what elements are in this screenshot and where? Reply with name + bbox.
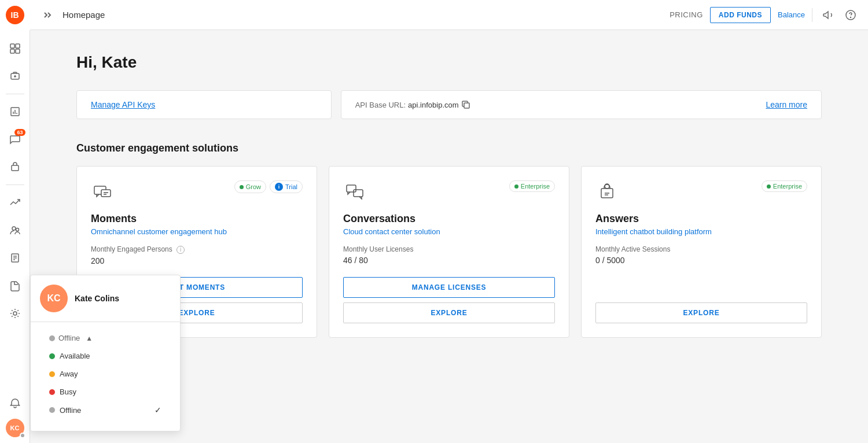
moments-metric-label: Monthly Engaged Persons i bbox=[91, 245, 303, 254]
manage-api-keys-link[interactable]: Manage API Keys bbox=[91, 100, 155, 109]
sidebar-item-analytics[interactable] bbox=[2, 190, 28, 215]
help-button[interactable] bbox=[843, 7, 859, 23]
svg-rect-26 bbox=[347, 185, 356, 192]
copy-url-button[interactable] bbox=[461, 100, 470, 109]
conversations-icon bbox=[343, 180, 366, 204]
offline-check: ✓ bbox=[155, 405, 161, 415]
svg-rect-11 bbox=[12, 165, 19, 171]
answers-metric-label: Monthly Active Sessions bbox=[595, 245, 807, 253]
user-avatar[interactable]: KC bbox=[6, 419, 24, 437]
announcements-button[interactable] bbox=[819, 7, 836, 23]
status-section: Offline ▲ Available Away Busy Offline ✓ bbox=[31, 322, 180, 426]
app-logo[interactable]: IB bbox=[0, 0, 30, 30]
conversations-metric-value: 46 / 80 bbox=[343, 256, 555, 265]
sidebar-divider-2 bbox=[6, 184, 24, 185]
messages-badge: 63 bbox=[14, 129, 25, 136]
api-bar: Manage API Keys API Base URL: api.infobi… bbox=[76, 90, 822, 119]
moments-icon bbox=[91, 180, 114, 204]
moments-metric-value: 200 bbox=[91, 256, 303, 265]
sidebar-item-dashboard[interactable] bbox=[2, 36, 28, 61]
sidebar-item-reports[interactable] bbox=[2, 99, 28, 124]
profile-avatar: KC bbox=[40, 285, 68, 312]
svg-point-13 bbox=[16, 228, 19, 231]
sidebar-item-messages[interactable]: 63 bbox=[2, 127, 28, 152]
api-base-url-card: API Base URL: api.infobip.com Learn more bbox=[341, 90, 822, 119]
card-top-moments: Grow i Trial bbox=[91, 180, 303, 204]
enterprise-badge-conv: Enterprise bbox=[509, 180, 555, 192]
sidebar-nav: 63 bbox=[2, 30, 28, 391]
sidebar-item-integrations[interactable] bbox=[2, 301, 28, 326]
svg-rect-23 bbox=[101, 190, 111, 197]
card-top-answers: Enterprise bbox=[595, 180, 807, 204]
profile-dropdown: KC Kate Colins Offline ▲ Available Away … bbox=[30, 275, 181, 431]
status-available[interactable]: Available bbox=[40, 347, 171, 365]
greeting-text: Hi, Kate bbox=[76, 53, 822, 72]
profile-name: Kate Colins bbox=[75, 294, 119, 303]
status-busy[interactable]: Busy bbox=[40, 383, 171, 401]
svg-rect-1 bbox=[16, 44, 20, 48]
sidebar-item-notifications[interactable] bbox=[2, 391, 28, 416]
enterprise-badge-ans: Enterprise bbox=[762, 180, 807, 192]
pricing-link[interactable]: PRICING bbox=[670, 10, 703, 19]
section-title: Customer engagement solutions bbox=[76, 142, 822, 154]
svg-rect-0 bbox=[10, 44, 14, 48]
page-title: Homepage bbox=[62, 10, 663, 20]
away-dot bbox=[49, 371, 55, 377]
topnav-right: PRICING ADD FUNDS Balance bbox=[670, 7, 859, 23]
svg-rect-27 bbox=[354, 190, 363, 197]
enterprise-dot-conv bbox=[514, 184, 518, 189]
product-cards-grid: Grow i Trial Moments Omnichannel custome… bbox=[76, 166, 822, 338]
api-keys-card: Manage API Keys bbox=[76, 90, 332, 119]
topnav-divider bbox=[812, 8, 812, 22]
status-header-row[interactable]: Offline ▲ bbox=[40, 329, 171, 347]
status-chevron: ▲ bbox=[86, 334, 93, 342]
answers-buttons: EXPLORE bbox=[595, 302, 807, 323]
add-funds-button[interactable]: ADD FUNDS bbox=[710, 7, 771, 23]
svg-rect-2 bbox=[10, 49, 14, 53]
api-base-url-value: api.infobip.com bbox=[408, 101, 458, 109]
enterprise-dot-ans bbox=[767, 184, 771, 189]
svg-point-18 bbox=[13, 312, 17, 315]
card-top-conversations: Enterprise bbox=[343, 180, 555, 204]
logo-circle: IB bbox=[6, 6, 24, 24]
explore-conversations-button[interactable]: EXPLORE bbox=[343, 302, 555, 323]
svg-rect-3 bbox=[16, 49, 20, 53]
sidebar-divider-1 bbox=[6, 94, 24, 94]
learn-more-link[interactable]: Learn more bbox=[766, 100, 807, 109]
moments-desc: Omnichannel customer engagement hub bbox=[91, 227, 303, 236]
expand-nav-button[interactable] bbox=[39, 7, 56, 23]
busy-dot bbox=[49, 389, 55, 395]
moments-name: Moments bbox=[91, 213, 303, 225]
topnav: Homepage PRICING ADD FUNDS Balance bbox=[30, 0, 868, 30]
available-dot bbox=[49, 353, 55, 359]
bottom-section-label: IoT solution bbox=[76, 355, 822, 366]
status-offline[interactable]: Offline ✓ bbox=[40, 401, 171, 419]
balance-link[interactable]: Balance bbox=[778, 10, 805, 19]
offline-dot bbox=[49, 407, 55, 413]
answers-name: Answers bbox=[595, 213, 807, 225]
trial-badge-icon: i bbox=[275, 183, 283, 191]
api-base-url-label: API Base URL: bbox=[355, 101, 406, 109]
answers-desc: Intelligent chatbot building platform bbox=[595, 227, 807, 236]
answers-badges: Enterprise bbox=[762, 180, 807, 192]
sidebar-item-audit[interactable] bbox=[2, 273, 28, 298]
product-card-conversations: Enterprise Conversations Cloud contact c… bbox=[329, 166, 569, 338]
sidebar-item-people[interactable] bbox=[2, 217, 28, 243]
product-card-answers: Enterprise Answers Intelligent chatbot b… bbox=[581, 166, 822, 338]
status-dot bbox=[20, 433, 25, 438]
profile-header: KC Kate Colins bbox=[31, 285, 180, 322]
conversations-desc: Cloud contact center solution bbox=[343, 227, 555, 236]
explore-answers-button[interactable]: EXPLORE bbox=[595, 302, 807, 323]
moments-badges: Grow i Trial bbox=[234, 180, 303, 193]
sidebar-item-channels[interactable] bbox=[2, 64, 28, 89]
manage-licenses-button[interactable]: MANAGE LICENSES bbox=[343, 277, 555, 298]
answers-icon bbox=[595, 180, 619, 204]
answers-metric-value: 0 / 5000 bbox=[595, 256, 807, 265]
sidebar-item-tools[interactable] bbox=[2, 154, 28, 180]
status-away[interactable]: Away bbox=[40, 365, 171, 383]
conversations-buttons: MANAGE LICENSES EXPLORE bbox=[343, 277, 555, 323]
grow-badge: Grow bbox=[234, 180, 266, 193]
sidebar-item-forms[interactable] bbox=[2, 245, 28, 271]
grow-badge-dot bbox=[240, 185, 244, 189]
svg-rect-21 bbox=[464, 103, 469, 108]
